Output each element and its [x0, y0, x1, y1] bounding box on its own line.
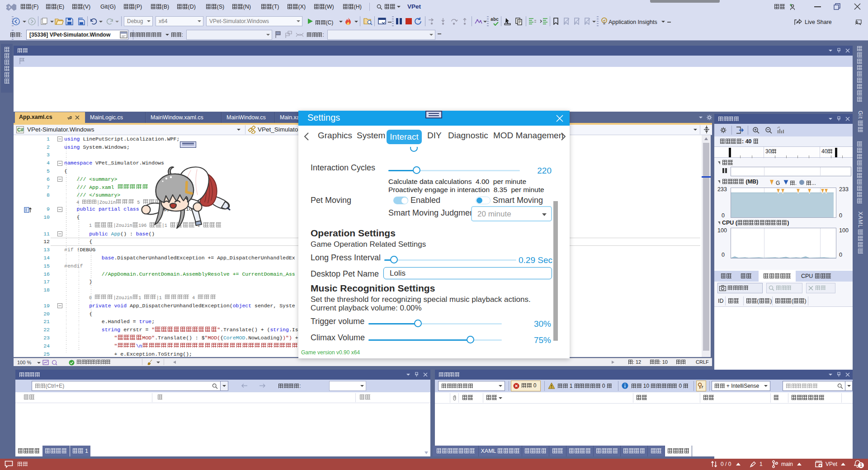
svg-text:7: 7	[701, 385, 703, 389]
svg-text:C#: C#	[17, 127, 24, 132]
